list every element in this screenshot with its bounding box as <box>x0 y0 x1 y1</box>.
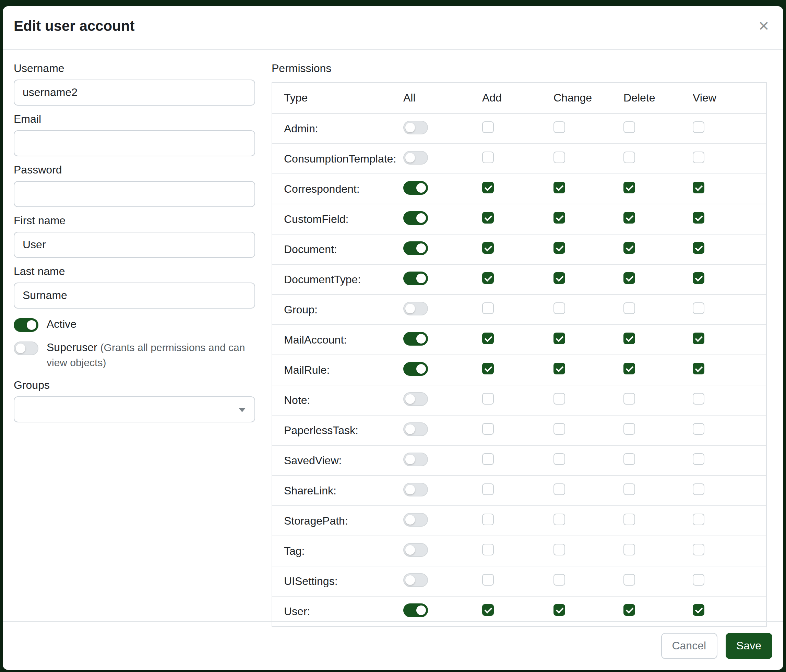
permission-delete-checkbox[interactable] <box>623 393 635 405</box>
permission-add-checkbox[interactable] <box>482 484 494 495</box>
toggle-knob <box>416 183 426 192</box>
permission-add-checkbox[interactable] <box>482 513 494 525</box>
permission-add-checkbox[interactable] <box>482 574 494 586</box>
permission-change-checkbox[interactable] <box>553 574 565 586</box>
permission-delete-checkbox[interactable] <box>623 513 635 525</box>
permission-add-checkbox[interactable] <box>482 393 494 405</box>
permission-view-checkbox[interactable] <box>693 152 704 163</box>
permission-all-toggle[interactable] <box>403 513 428 526</box>
close-button[interactable]: ✕ <box>758 19 770 34</box>
permission-change-checkbox[interactable] <box>553 393 565 405</box>
permission-all-toggle[interactable] <box>403 422 428 436</box>
permission-view-checkbox[interactable] <box>693 242 704 254</box>
permission-view-checkbox[interactable] <box>693 272 704 284</box>
permission-view-checkbox[interactable] <box>693 484 704 495</box>
username-input[interactable] <box>14 80 255 105</box>
permission-view-checkbox[interactable] <box>693 363 704 374</box>
permission-add-checkbox[interactable] <box>482 272 494 284</box>
permission-delete-checkbox[interactable] <box>623 574 635 586</box>
permission-all-toggle[interactable] <box>403 482 428 496</box>
cancel-button[interactable]: Cancel <box>661 633 717 659</box>
permission-delete-checkbox[interactable] <box>623 212 635 223</box>
permission-change-checkbox[interactable] <box>553 272 565 284</box>
permission-delete-checkbox[interactable] <box>623 544 635 556</box>
permission-view-checkbox[interactable] <box>693 333 704 344</box>
groups-select[interactable] <box>14 396 255 422</box>
permission-change-checkbox[interactable] <box>553 513 565 525</box>
save-button[interactable]: Save <box>725 633 772 659</box>
permission-delete-checkbox[interactable] <box>623 333 635 344</box>
permission-change-checkbox[interactable] <box>553 182 565 193</box>
permission-all-toggle[interactable] <box>403 543 428 556</box>
permission-delete-checkbox[interactable] <box>623 242 635 254</box>
permission-change-checkbox[interactable] <box>553 604 565 616</box>
permission-add-checkbox[interactable] <box>482 182 494 193</box>
permission-add-checkbox[interactable] <box>482 363 494 374</box>
permission-add-checkbox[interactable] <box>482 242 494 254</box>
permission-all-toggle[interactable] <box>403 211 428 225</box>
permission-change-checkbox[interactable] <box>553 333 565 344</box>
permission-all-toggle[interactable] <box>403 573 428 587</box>
permission-delete-checkbox[interactable] <box>623 302 635 314</box>
permission-delete-checkbox[interactable] <box>623 484 635 495</box>
permission-add-checkbox[interactable] <box>482 453 494 465</box>
permission-delete-checkbox[interactable] <box>623 272 635 284</box>
permission-all-toggle[interactable] <box>403 151 428 164</box>
permission-change-checkbox[interactable] <box>553 121 565 133</box>
last-name-input[interactable] <box>14 283 255 309</box>
permission-change-checkbox[interactable] <box>553 212 565 223</box>
permission-view-checkbox[interactable] <box>693 453 704 465</box>
permission-delete-checkbox[interactable] <box>623 121 635 133</box>
permission-delete-checkbox[interactable] <box>623 604 635 616</box>
first-name-input[interactable] <box>14 232 255 258</box>
permission-all-toggle[interactable] <box>403 362 428 375</box>
permission-change-checkbox[interactable] <box>553 453 565 465</box>
email-input[interactable] <box>14 130 255 156</box>
permission-view-checkbox[interactable] <box>693 604 704 616</box>
permission-view-checkbox[interactable] <box>693 574 704 586</box>
permission-delete-checkbox[interactable] <box>623 423 635 435</box>
permission-view-checkbox[interactable] <box>693 182 704 193</box>
column-header-type: Type <box>272 92 403 104</box>
permission-all-toggle[interactable] <box>403 603 428 617</box>
permission-add-checkbox[interactable] <box>482 121 494 133</box>
permission-view-checkbox[interactable] <box>693 544 704 556</box>
permission-add-checkbox[interactable] <box>482 333 494 344</box>
permission-view-checkbox[interactable] <box>693 513 704 525</box>
permission-change-checkbox[interactable] <box>553 544 565 556</box>
permission-all-toggle[interactable] <box>403 452 428 466</box>
permission-all-toggle[interactable] <box>403 331 428 345</box>
password-input[interactable] <box>14 181 255 207</box>
permission-add-checkbox[interactable] <box>482 544 494 556</box>
permission-delete-checkbox[interactable] <box>623 363 635 374</box>
permission-view-checkbox[interactable] <box>693 423 704 435</box>
permission-change-checkbox[interactable] <box>553 363 565 374</box>
permission-add-checkbox[interactable] <box>482 212 494 223</box>
permission-change-checkbox[interactable] <box>553 423 565 435</box>
active-toggle[interactable] <box>14 318 38 332</box>
permission-all-toggle[interactable] <box>403 120 428 134</box>
permission-all-toggle[interactable] <box>403 301 428 315</box>
permission-change-checkbox[interactable] <box>553 152 565 163</box>
superuser-toggle[interactable] <box>14 341 38 355</box>
permission-all-toggle[interactable] <box>403 241 428 255</box>
permission-delete-checkbox[interactable] <box>623 453 635 465</box>
permission-type-label: Admin: <box>284 122 318 134</box>
permission-add-checkbox[interactable] <box>482 423 494 435</box>
permission-add-checkbox[interactable] <box>482 152 494 163</box>
permission-view-checkbox[interactable] <box>693 212 704 223</box>
permission-change-checkbox[interactable] <box>553 302 565 314</box>
permission-view-checkbox[interactable] <box>693 302 704 314</box>
permission-all-toggle[interactable] <box>403 271 428 285</box>
permission-view-checkbox[interactable] <box>693 393 704 405</box>
permission-delete-checkbox[interactable] <box>623 152 635 163</box>
permission-all-toggle[interactable] <box>403 392 428 406</box>
permission-view-checkbox[interactable] <box>693 121 704 133</box>
permission-change-checkbox[interactable] <box>553 484 565 495</box>
permission-type-label: ShareLink: <box>284 484 336 496</box>
permission-add-checkbox[interactable] <box>482 302 494 314</box>
permission-delete-checkbox[interactable] <box>623 182 635 193</box>
permission-all-toggle[interactable] <box>403 181 428 195</box>
permission-add-checkbox[interactable] <box>482 604 494 616</box>
permission-change-checkbox[interactable] <box>553 242 565 254</box>
